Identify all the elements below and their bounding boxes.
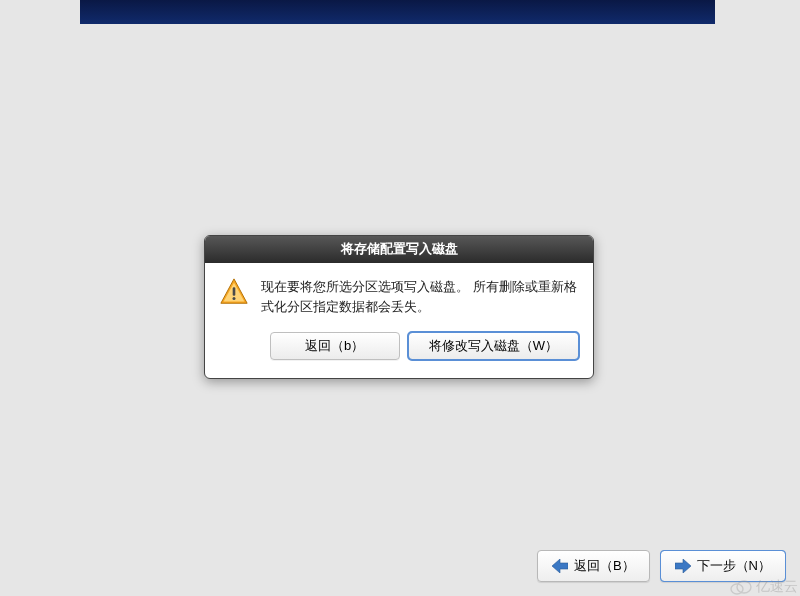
svg-point-6 — [731, 584, 743, 594]
write-to-disk-dialog: 将存储配置写入磁盘 现在要将您所选分区选项写入磁盘。 所有删除或重新格式化分区指… — [204, 235, 594, 379]
wizard-back-label: 返回（B） — [574, 557, 635, 575]
arrow-left-icon — [552, 559, 568, 573]
installer-header-band — [80, 0, 715, 24]
svg-marker-5 — [675, 559, 691, 573]
dialog-message: 现在要将您所选分区选项写入磁盘。 所有删除或重新格式化分区指定数据都会丢失。 — [261, 277, 579, 316]
dialog-write-button[interactable]: 将修改写入磁盘（W） — [408, 332, 579, 360]
dialog-body: 现在要将您所选分区选项写入磁盘。 所有删除或重新格式化分区指定数据都会丢失。 — [205, 263, 593, 322]
dialog-actions: 返回（b） 将修改写入磁盘（W） — [205, 322, 593, 378]
wizard-back-button[interactable]: 返回（B） — [537, 550, 650, 582]
wizard-footer: 返回（B） 下一步（N） — [537, 550, 786, 582]
svg-point-3 — [233, 297, 236, 300]
wizard-next-label: 下一步（N） — [697, 557, 771, 575]
svg-rect-2 — [233, 287, 236, 295]
wizard-next-button[interactable]: 下一步（N） — [660, 550, 786, 582]
dialog-back-button[interactable]: 返回（b） — [270, 332, 400, 360]
dialog-title: 将存储配置写入磁盘 — [205, 236, 593, 263]
warning-icon — [219, 277, 249, 316]
svg-point-7 — [737, 581, 751, 593]
svg-marker-4 — [552, 559, 568, 573]
arrow-right-icon — [675, 559, 691, 573]
